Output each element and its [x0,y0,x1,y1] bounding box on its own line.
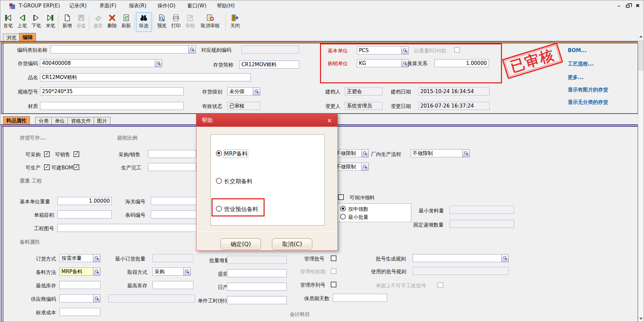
limit-2-lookup-button[interactable] [361,163,369,171]
nav-first-icon [1,13,15,23]
scrollbar-thumb[interactable] [639,40,643,71]
factory-flow-lookup-button[interactable] [462,149,470,157]
order-mode-input[interactable] [59,254,93,262]
code-category-input[interactable] [51,45,188,53]
option-long-lead-radio[interactable] [216,178,222,184]
inv-level-input[interactable] [227,87,253,95]
toolbar-print-button[interactable]: 打印 [169,12,183,32]
toolbar-close-button[interactable]: 关闭 [228,12,242,32]
tab-browse[interactable]: 浏览 [3,34,20,41]
tab-units[interactable]: 单位 [51,117,68,124]
over-production-input[interactable] [148,163,196,171]
lead-time-input[interactable] [227,269,287,277]
tab-images[interactable]: 图片 [94,117,110,124]
link-process-flow[interactable]: 工艺流程... [568,61,594,67]
over-purchase-sale-input[interactable] [148,150,196,158]
factory-flow-input[interactable] [411,149,462,157]
toolbar-refresh-button[interactable]: 刷新 [119,12,133,32]
base-unit-lookup-button[interactable] [401,46,409,54]
inv-short-input[interactable] [239,61,299,69]
dialog-ok-button[interactable]: 确定(Q) [221,238,261,250]
restore-icon[interactable] [624,2,632,10]
conversion-input[interactable] [434,59,489,67]
close-icon[interactable]: ✖ [634,2,642,10]
supplier-code-input[interactable] [59,294,93,303]
limit-2-input[interactable] [334,163,361,171]
toolbar-first-button[interactable]: 首笔 [1,12,15,32]
link-show-unclassified[interactable]: 显示无分类的存货 [568,99,608,106]
manage-batch-checkbox[interactable] [331,255,336,261]
trade-unit-input[interactable] [357,59,401,67]
tab-classification[interactable]: 分类 [35,117,52,124]
menu-item-action[interactable]: 操作(O) [157,0,176,11]
option-mrp-radio[interactable] [216,150,222,156]
toolbar-filter-button[interactable]: 筛选 [136,12,151,32]
toolbar-delete-button[interactable]: 删除 [105,12,119,32]
daily-output-input[interactable] [227,283,287,291]
option-long-lead-label[interactable]: 长交期备料 [224,177,252,185]
menu-item-report[interactable]: 报表(R) [129,0,146,11]
create-date-input [418,87,490,95]
by-request-radio[interactable] [340,206,346,211]
link-more[interactable]: 更多... [568,74,584,81]
inv-code-input[interactable] [40,59,155,67]
acquire-mode-lookup-button[interactable] [183,268,191,276]
minimize-icon[interactable]: – [615,2,623,10]
batch-rule-input[interactable] [413,254,501,262]
product-name-input[interactable] [40,73,251,81]
label-barcode: 条码编号 [125,212,145,218]
limit-1-input[interactable] [334,149,361,157]
prepare-method-lookup-button[interactable] [93,268,100,276]
dialog-cancel-button[interactable]: 取消(C) [272,238,312,250]
menu-item-record[interactable]: 记录(R) [69,0,87,11]
drawing-no-input[interactable] [57,224,215,232]
toolbar-new-button[interactable]: 新增 [60,12,74,32]
tab-qualification-files[interactable]: 资格文件 [67,117,94,124]
batch-rule-lookup-button[interactable] [501,254,509,262]
base-unit-input[interactable] [357,46,401,54]
toolbar-preview-button[interactable]: 预览 [155,12,169,32]
prepare-method-input[interactable] [59,268,93,276]
menu-item-app[interactable]: T-GROUP ERP(E) [19,0,60,11]
can-purchase-checkbox[interactable] [44,151,50,157]
limit-1-lookup-button[interactable] [361,149,369,157]
can-produce-checkbox[interactable] [44,164,50,170]
std-cost-input[interactable] [59,308,100,316]
order-mode-lookup-button[interactable] [93,254,100,262]
min-stock-input[interactable] [59,281,100,289]
inv-level-lookup-button[interactable] [253,87,260,95]
option-mrp-label[interactable]: MRP备料 [224,150,248,158]
spec-input[interactable] [40,87,184,95]
acquire-mode-input[interactable] [152,268,183,276]
menu-item-window[interactable]: 窗口(W) [187,0,206,11]
toolbar-last-button[interactable]: 末笔 [43,12,57,32]
manage-serial-checkbox[interactable] [331,282,336,287]
vertical-scrollbar[interactable] [638,33,644,322]
link-show-with-images[interactable]: 显示有图片的存货 [568,87,608,93]
toolbar-cancel-audit-button[interactable]: 取消审核 [197,12,223,32]
can-sale-checkbox[interactable] [74,151,79,157]
material-input[interactable] [40,102,184,110]
code-category-lookup-button[interactable] [188,45,196,53]
toolbar-next-button[interactable]: 下笔 [29,12,43,32]
supplier-code-lookup-button[interactable] [93,294,100,303]
toolbar-prev-button[interactable]: 上笔 [15,12,29,32]
field-batch-rule [413,254,509,262]
box-volume-input[interactable] [57,210,112,218]
tab-edit[interactable]: 编辑 [19,33,36,41]
max-stock-input[interactable] [152,281,193,289]
menu-item-view[interactable]: 界面(F) [99,0,116,11]
unit-hours-input[interactable] [227,296,287,304]
link-bom[interactable]: BOM... [568,47,587,53]
scroll-down-icon[interactable] [639,318,643,320]
backflush-checkbox[interactable] [338,194,344,200]
dialog-close-icon[interactable]: ✕ [325,117,333,125]
scroll-up-icon[interactable] [639,35,643,38]
can-bom-checkbox[interactable] [74,164,79,170]
min-batch-radio[interactable] [340,214,346,219]
menu-item-help[interactable]: 帮助(H) [217,0,235,11]
tab-item-attributes[interactable]: 料品属性 [3,116,30,124]
inv-code-lookup-button[interactable] [155,59,162,67]
unit-weight-input[interactable] [57,197,112,205]
shelf-days-input[interactable] [333,294,387,302]
